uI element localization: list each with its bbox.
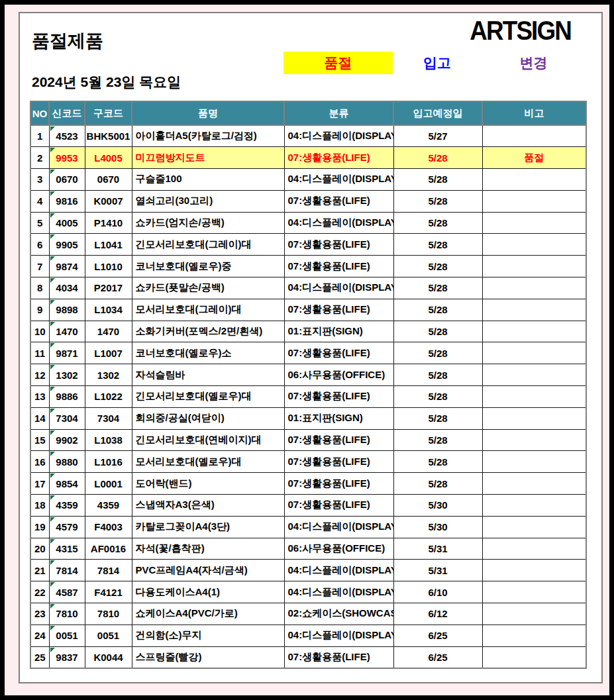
cell-note[interactable] <box>482 603 586 625</box>
cell-new-code[interactable]: 4005 <box>49 212 85 234</box>
cell-category[interactable]: 04:디스플레이(DISPLAY) <box>284 125 393 147</box>
cell-new-code[interactable]: 0670 <box>49 169 85 191</box>
cell-product-name[interactable]: 구슬줄100 <box>132 169 284 191</box>
cell-no[interactable]: 19 <box>30 516 49 538</box>
cell-new-code[interactable]: 9886 <box>49 386 85 408</box>
cell-product-name[interactable]: 긴모서리보호대(그레이)대 <box>132 234 284 256</box>
cell-category[interactable]: 04:디스플레이(DISPLAY) <box>284 516 393 538</box>
cell-note[interactable] <box>482 364 586 386</box>
cell-category[interactable]: 01:표지판(SIGN) <box>284 407 393 429</box>
cell-new-code[interactable]: 4523 <box>49 125 85 147</box>
cell-category[interactable]: 01:표지판(SIGN) <box>284 321 393 342</box>
cell-note[interactable] <box>482 256 586 277</box>
cell-due-date[interactable]: 5/28 <box>393 277 482 299</box>
cell-category[interactable]: 07:생활용품(LIFE) <box>284 147 393 169</box>
cell-note[interactable] <box>482 342 586 364</box>
cell-no[interactable]: 11 <box>30 342 49 364</box>
cell-old-code[interactable]: P2017 <box>85 277 132 299</box>
cell-old-code[interactable]: K0044 <box>85 646 132 668</box>
cell-product-name[interactable]: 미끄럼방지도트 <box>132 147 284 169</box>
cell-new-code[interactable]: 9871 <box>49 342 85 364</box>
cell-new-code[interactable]: 9953 <box>49 147 85 169</box>
cell-note[interactable] <box>482 429 586 451</box>
cell-no[interactable]: 24 <box>30 625 49 646</box>
cell-category[interactable]: 07:생활용품(LIFE) <box>284 234 393 256</box>
cell-category[interactable]: 07:생활용품(LIFE) <box>284 190 393 212</box>
cell-category[interactable]: 07:생활용품(LIFE) <box>284 386 393 408</box>
cell-due-date[interactable]: 6/25 <box>393 646 482 668</box>
cell-product-name[interactable]: 쇼카드(엄지손/공백) <box>132 212 284 234</box>
cell-new-code[interactable]: 4359 <box>49 495 85 517</box>
cell-note[interactable] <box>482 234 586 256</box>
cell-old-code[interactable]: 7814 <box>85 560 132 581</box>
cell-category[interactable]: 06:사무용품(OFFICE) <box>284 364 393 386</box>
column-header-old-code[interactable]: 구코드 <box>85 101 132 125</box>
cell-new-code[interactable]: 4315 <box>49 538 85 560</box>
cell-category[interactable]: 07:생활용품(LIFE) <box>284 451 393 473</box>
cell-due-date[interactable]: 5/31 <box>393 560 482 581</box>
cell-product-name[interactable]: PVC프레임A4(자석/금색) <box>132 560 284 581</box>
cell-due-date[interactable]: 5/28 <box>393 212 482 234</box>
cell-category[interactable]: 07:생활용품(LIFE) <box>284 256 393 277</box>
cell-note[interactable] <box>482 625 586 646</box>
cell-new-code[interactable]: 9880 <box>49 451 85 473</box>
cell-product-name[interactable]: 스냅액자A3(은색) <box>132 495 284 517</box>
cell-old-code[interactable]: 0051 <box>85 625 132 646</box>
cell-product-name[interactable]: 소화기커버(포멕스/2면/흰색) <box>132 321 284 342</box>
cell-product-name[interactable]: 자석(꽃/흡착판) <box>132 538 284 560</box>
cell-old-code[interactable]: 1470 <box>85 321 132 342</box>
column-header-no[interactable]: NO <box>30 101 49 125</box>
cell-due-date[interactable]: 5/28 <box>393 407 482 429</box>
cell-no[interactable]: 20 <box>30 538 49 560</box>
cell-category[interactable]: 07:생활용품(LIFE) <box>284 646 393 668</box>
cell-no[interactable]: 21 <box>30 560 49 581</box>
cell-note[interactable] <box>482 407 586 429</box>
cell-no[interactable]: 5 <box>30 212 49 234</box>
cell-product-name[interactable]: 긴모서리보호대(옐로우)대 <box>132 386 284 408</box>
cell-product-name[interactable]: 도어락(밴드) <box>132 473 284 495</box>
column-header-due-date[interactable]: 입고예정일 <box>393 101 482 125</box>
cell-note[interactable] <box>482 125 586 147</box>
cell-due-date[interactable]: 5/30 <box>393 495 482 517</box>
cell-due-date[interactable]: 5/28 <box>393 299 482 321</box>
cell-category[interactable]: 07:생활용품(LIFE) <box>284 299 393 321</box>
cell-due-date[interactable]: 5/30 <box>393 516 482 538</box>
cell-no[interactable]: 22 <box>30 581 49 603</box>
cell-new-code[interactable]: 9816 <box>49 190 85 212</box>
cell-note[interactable] <box>482 560 586 581</box>
cell-due-date[interactable]: 5/28 <box>393 364 482 386</box>
cell-category[interactable]: 04:디스플레이(DISPLAY) <box>284 581 393 603</box>
cell-new-code[interactable]: 4034 <box>49 277 85 299</box>
cell-due-date[interactable]: 5/28 <box>393 473 482 495</box>
cell-no[interactable]: 9 <box>30 299 49 321</box>
cell-note[interactable] <box>482 581 586 603</box>
cell-category[interactable]: 07:생활용품(LIFE) <box>284 342 393 364</box>
cell-old-code[interactable]: L0001 <box>85 473 132 495</box>
cell-old-code[interactable]: L1007 <box>85 342 132 364</box>
cell-no[interactable]: 4 <box>30 190 49 212</box>
cell-old-code[interactable]: F4003 <box>85 516 132 538</box>
cell-due-date[interactable]: 5/28 <box>393 451 482 473</box>
cell-old-code[interactable]: L1034 <box>85 299 132 321</box>
cell-no[interactable]: 3 <box>30 169 49 191</box>
legend-changed[interactable]: 변경 <box>482 52 586 74</box>
cell-note[interactable] <box>482 538 586 560</box>
cell-new-code[interactable]: 9874 <box>49 256 85 277</box>
cell-due-date[interactable]: 5/28 <box>393 234 482 256</box>
cell-old-code[interactable]: L1010 <box>85 256 132 277</box>
cell-old-code[interactable]: L4005 <box>85 147 132 169</box>
cell-category[interactable]: 04:디스플레이(DISPLAY) <box>284 212 393 234</box>
cell-note[interactable] <box>482 212 586 234</box>
cell-product-name[interactable]: 모서리보호대(그레이)대 <box>132 299 284 321</box>
cell-product-name[interactable]: 다용도케이스A4(1) <box>132 581 284 603</box>
cell-due-date[interactable]: 5/28 <box>393 256 482 277</box>
cell-note[interactable] <box>482 495 586 517</box>
cell-old-code[interactable]: L1022 <box>85 386 132 408</box>
cell-due-date[interactable]: 5/28 <box>393 386 482 408</box>
cell-due-date[interactable]: 5/28 <box>393 190 482 212</box>
cell-no[interactable]: 18 <box>30 495 49 517</box>
cell-category[interactable]: 07:생활용품(LIFE) <box>284 473 393 495</box>
column-header-note[interactable]: 비고 <box>482 101 586 125</box>
cell-category[interactable]: 07:생활용품(LIFE) <box>284 429 393 451</box>
cell-due-date[interactable]: 5/28 <box>393 321 482 342</box>
